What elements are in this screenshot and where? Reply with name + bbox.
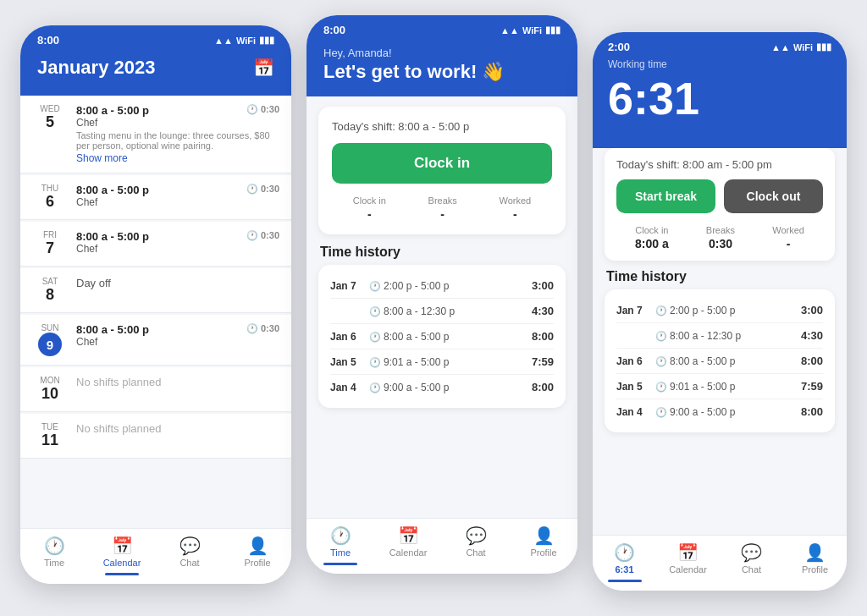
- calendar-icon-left: 📅: [112, 536, 133, 556]
- mid-phone: 8:00 ▲▲WiFi▮▮▮ Hey, Amanda! Let's get to…: [306, 15, 577, 574]
- history-time: 🕐8:00 a - 12:30 p: [650, 330, 801, 342]
- day-label: THU 6: [32, 184, 68, 211]
- left-time: 8:00: [37, 34, 59, 47]
- tab-profile-label-mid: Profile: [530, 547, 556, 558]
- day-label: WED 5: [32, 104, 68, 131]
- history-card-mid: Jan 7 🕐2:00 p - 5:00 p 3:00 🕐8:00 a - 12…: [318, 265, 566, 408]
- right-stat-breaks: Breaks 0:30: [706, 225, 735, 250]
- calendar-header-icon[interactable]: 📅: [253, 58, 274, 78]
- tab-chat-label-right: Chat: [742, 564, 761, 575]
- stat-worked: Worked -: [499, 195, 531, 221]
- tab-calendar-label-left: Calendar: [103, 558, 141, 568]
- history-duration: 8:00: [532, 330, 554, 343]
- day-label: SAT 8: [32, 277, 68, 304]
- clock-out-button[interactable]: Clock out: [724, 179, 823, 213]
- history-date: Jan 4: [616, 406, 650, 418]
- history-date: Jan 5: [616, 381, 650, 393]
- profile-icon-left: 👤: [247, 536, 268, 556]
- history-time: 🕐9:01 a - 5:00 p: [650, 381, 801, 393]
- tab-calendar-mid[interactable]: 📅 Calendar: [374, 525, 442, 565]
- day-row[interactable]: WED 5 8:00 a - 5:00 p 🕐 0:30 Chef Tastin…: [20, 96, 291, 173]
- day-content: No shifts planned: [76, 422, 279, 435]
- profile-icon-right: 👤: [804, 542, 826, 563]
- history-duration: 3:00: [532, 279, 554, 292]
- history-duration: 8:00: [532, 381, 554, 393]
- calendar-icon-mid: 📅: [398, 525, 419, 546]
- shift-info-right: Today's shift: 8:00 am - 5:00 pm: [616, 158, 823, 171]
- day-label: MON 10: [32, 376, 68, 403]
- day-content: Day off: [76, 277, 279, 289]
- history-row: Jan 5 🕐9:01 a - 5:00 p 7:59: [616, 374, 823, 399]
- left-header: January 2023 📅: [20, 52, 291, 96]
- history-duration: 7:59: [801, 380, 823, 393]
- tab-time-right[interactable]: 🕐 6:31: [593, 542, 656, 582]
- history-duration: 7:59: [532, 355, 554, 368]
- tab-profile-left[interactable]: 👤 Profile: [224, 536, 291, 575]
- stat-clockin: Clock in -: [353, 195, 386, 221]
- clock-in-button[interactable]: Clock in: [332, 143, 552, 184]
- history-duration: 8:00: [801, 355, 823, 367]
- tab-time-mid[interactable]: 🕐 Time: [306, 525, 374, 565]
- start-break-button[interactable]: Start break: [616, 179, 715, 213]
- greet-sub: Hey, Amanda!: [323, 47, 561, 59]
- history-row: 🕐8:00 a - 12:30 p 4:30: [330, 299, 554, 324]
- day-row[interactable]: THU 6 8:00 a - 5:00 p 🕐 0:30 Chef: [20, 175, 291, 220]
- left-status-icons: ▲▲ WiFi ▮▮▮: [214, 35, 274, 46]
- right-tab-bar: 🕐 6:31 📅 Calendar 💬 Chat 👤 Profile: [593, 535, 847, 591]
- chat-icon-right: 💬: [741, 542, 762, 563]
- left-tab-bar: 🕐 Time 📅 Calendar 💬 Chat 👤 Profile: [20, 528, 291, 584]
- action-btns: Start break Clock out: [616, 179, 823, 213]
- month-title: January 2023: [37, 57, 155, 79]
- tab-time-label-right: 6:31: [615, 564, 633, 575]
- day-row[interactable]: FRI 7 8:00 a - 5:00 p 🕐 0:30 Chef: [20, 222, 291, 267]
- tab-chat-mid[interactable]: 💬 Chat: [442, 525, 510, 565]
- history-date: Jan 5: [330, 356, 364, 368]
- stat-breaks: Breaks -: [428, 195, 457, 221]
- tab-profile-right[interactable]: 👤 Profile: [783, 542, 847, 582]
- right-time: 2:00: [608, 41, 630, 53]
- history-title-right: Time history: [593, 269, 847, 284]
- calendar-icon-right: 📅: [677, 542, 699, 563]
- mid-status-icons: ▲▲WiFi▮▮▮: [500, 25, 561, 36]
- history-card-right: Jan 7 🕐2:00 p - 5:00 p 3:00 🕐8:00 a - 12…: [605, 289, 835, 432]
- chat-icon-left: 💬: [179, 536, 201, 556]
- profile-icon-mid: 👤: [533, 525, 555, 546]
- tab-chat-left[interactable]: 💬 Chat: [156, 536, 224, 575]
- greet-main: Let's get to work! 👋: [323, 61, 561, 83]
- tab-time-left[interactable]: 🕐 Time: [20, 536, 88, 575]
- mid-status-bar: 8:00 ▲▲WiFi▮▮▮: [306, 15, 577, 41]
- tab-calendar-left[interactable]: 📅 Calendar: [88, 536, 156, 575]
- history-duration: 4:30: [532, 305, 554, 317]
- history-time: 🕐2:00 p - 5:00 p: [364, 280, 532, 292]
- tab-profile-label-right: Profile: [802, 564, 828, 575]
- mid-header: Hey, Amanda! Let's get to work! 👋: [306, 41, 577, 96]
- tab-calendar-label-mid: Calendar: [389, 547, 428, 558]
- history-time: 🕐8:00 a - 5:00 p: [650, 355, 801, 367]
- tab-chat-right[interactable]: 💬 Chat: [720, 542, 783, 582]
- history-time: 🕐8:00 a - 5:00 p: [364, 331, 532, 343]
- tab-profile-mid[interactable]: 👤 Profile: [510, 525, 577, 565]
- history-date: Jan 6: [616, 355, 650, 367]
- day-row[interactable]: SAT 8 Day off: [20, 268, 291, 313]
- day-row[interactable]: MON 10 No shifts planned: [20, 367, 291, 412]
- history-duration: 8:00: [801, 405, 823, 418]
- day-label: FRI 7: [32, 230, 68, 257]
- history-row: Jan 4 🕐9:00 a - 5:00 p 8:00: [330, 375, 554, 399]
- big-timer: 6:31: [593, 72, 847, 136]
- history-time: 🕐9:00 a - 5:00 p: [364, 382, 532, 393]
- history-row: Jan 7 🕐2:00 p - 5:00 p 3:00: [330, 273, 554, 299]
- day-row[interactable]: TUE 11 No shifts planned: [20, 414, 291, 459]
- clock-stats-mid: Clock in - Breaks - Worked -: [332, 195, 552, 221]
- day-row[interactable]: SUN 9 8:00 a - 5:00 p 🕐 0:30 Chef: [20, 315, 291, 366]
- left-status-bar: 8:00 ▲▲ WiFi ▮▮▮: [20, 25, 291, 52]
- shift-info-right-card: Today's shift: 8:00 am - 5:00 pm Start b…: [605, 148, 835, 261]
- day-content: 8:00 a - 5:00 p 🕐 0:30 Chef: [76, 184, 279, 208]
- chat-icon-mid: 💬: [466, 525, 487, 546]
- history-date: Jan 7: [330, 280, 364, 292]
- working-label: Working time: [593, 58, 847, 70]
- clock-in-card: Today's shift: 8:00 a - 5:00 p Clock in …: [318, 107, 566, 234]
- clock-stats-right: Clock in 8:00 a Breaks 0:30 Worked -: [616, 225, 823, 250]
- day-content: No shifts planned: [76, 376, 279, 388]
- tab-calendar-right[interactable]: 📅 Calendar: [656, 542, 720, 582]
- time-icon-left: 🕐: [44, 536, 65, 556]
